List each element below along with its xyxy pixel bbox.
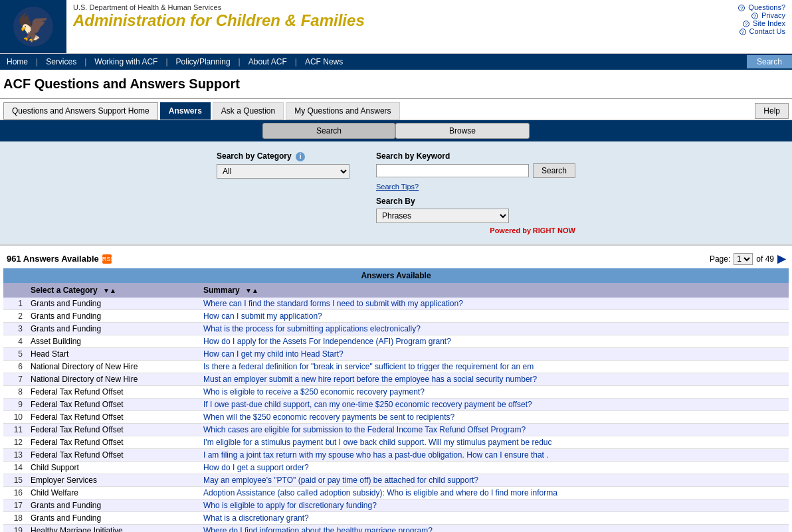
row-summary: Who is eligible to apply for discretiona… xyxy=(199,499,789,512)
nav-search-button[interactable]: Search xyxy=(747,55,792,68)
row-number: 16 xyxy=(3,487,27,499)
row-number: 3 xyxy=(3,323,27,335)
category-label: Search by Category i xyxy=(217,151,349,161)
row-summary-link[interactable]: How can I get my child into Head Start? xyxy=(203,349,344,359)
col-header-num xyxy=(3,283,27,298)
row-summary: Adoption Assistance (also called adoptio… xyxy=(199,487,789,499)
row-summary-link[interactable]: Where do I find information about the he… xyxy=(203,526,433,532)
row-summary-link[interactable]: When will the $250 economic recovery pay… xyxy=(203,412,454,422)
nav-services[interactable]: Services xyxy=(39,54,83,70)
site-index-link[interactable]: ? Site Index xyxy=(738,19,785,27)
row-number: 18 xyxy=(3,512,27,525)
row-category: Federal Tax Refund Offset xyxy=(27,436,199,449)
help-button[interactable]: Help xyxy=(755,103,789,119)
contact-link[interactable]: ? Contact Us xyxy=(738,27,785,35)
row-number: 19 xyxy=(3,525,27,533)
row-summary-link[interactable]: Who is eligible to receive a $250 econom… xyxy=(203,387,425,397)
sort-icons-summary[interactable]: ▼▲ xyxy=(245,287,258,294)
powered-by: Powered by RIGHT NOW xyxy=(376,226,575,234)
tab-my-questions[interactable]: My Questions and Answers xyxy=(286,102,399,120)
page-select[interactable]: 1 xyxy=(734,253,753,265)
row-number: 17 xyxy=(3,499,27,512)
info-icon[interactable]: i xyxy=(296,152,305,161)
tab-answers[interactable]: Answers xyxy=(160,102,211,120)
table-section-header: Answers Available xyxy=(3,268,789,283)
table-row: 7National Directory of New HireMust an e… xyxy=(3,373,789,386)
table-row: 12Federal Tax Refund OffsetI'm eligible … xyxy=(3,436,789,449)
row-summary-link[interactable]: May an employee's "PTO" (paid or pay tim… xyxy=(203,476,478,485)
keyword-label: Search by Keyword xyxy=(376,151,575,161)
rss-icon[interactable]: RSS xyxy=(102,254,112,264)
row-summary-link[interactable]: How can I submit my application? xyxy=(203,311,322,321)
row-category: Grants and Funding xyxy=(27,512,199,525)
row-summary-link[interactable]: Must an employer submit a new hire repor… xyxy=(203,375,537,384)
page-title: ACF Questions and Answers Support xyxy=(0,70,792,99)
row-summary-link[interactable]: Who is eligible to apply for discretiona… xyxy=(203,501,377,510)
row-summary-link[interactable]: Adoption Assistance (also called adoptio… xyxy=(203,488,557,497)
navbar: Home | Services | Working with ACF | Pol… xyxy=(0,54,792,70)
row-number: 7 xyxy=(3,373,27,386)
row-summary: How do I get a support order? xyxy=(199,462,789,474)
col-header-category[interactable]: Select a Category ▼▲ xyxy=(27,283,199,298)
row-category: National Directory of New Hire xyxy=(27,361,199,373)
questions-link[interactable]: ? Questions? xyxy=(738,3,785,11)
search-tips-link[interactable]: Search Tips? xyxy=(376,183,419,191)
nav-home[interactable]: Home xyxy=(0,54,35,70)
nav-working[interactable]: Working with ACF xyxy=(88,54,164,70)
search-button[interactable]: Search xyxy=(533,163,575,178)
row-summary-link[interactable]: What is the process for submitting appli… xyxy=(203,324,421,333)
privacy-link[interactable]: ? Privacy xyxy=(738,11,785,19)
col-header-summary[interactable]: Summary ▼▲ xyxy=(199,283,789,298)
row-summary: May an employee's "PTO" (paid or pay tim… xyxy=(199,474,789,487)
pagination: Page: 1 of 49 ▶ xyxy=(710,252,785,265)
row-number: 9 xyxy=(3,399,27,411)
table-row: 11Federal Tax Refund OffsetWhich cases a… xyxy=(3,424,789,436)
nav-policy[interactable]: Policy/Planning xyxy=(169,54,237,70)
row-category: Federal Tax Refund Offset xyxy=(27,449,199,462)
row-category: Grants and Funding xyxy=(27,323,199,335)
row-summary-link[interactable]: Is there a federal definition for "break… xyxy=(203,362,534,371)
row-summary-link[interactable]: Where can I find the standard forms I ne… xyxy=(203,299,463,308)
row-category: Child Welfare xyxy=(27,487,199,499)
header: 🦅 U.S. Department of Health & Human Serv… xyxy=(0,0,792,54)
row-category: Grants and Funding xyxy=(27,310,199,323)
row-category: Employer Services xyxy=(27,474,199,487)
nav-about[interactable]: About ACF xyxy=(242,54,294,70)
nav-news[interactable]: ACF News xyxy=(298,54,349,70)
search-by-select[interactable]: Phrases xyxy=(376,209,509,223)
row-summary: Where can I find the standard forms I ne… xyxy=(199,298,789,310)
row-summary: Which cases are eligible for submission … xyxy=(199,424,789,436)
next-page-button[interactable]: ▶ xyxy=(777,252,785,265)
row-category: Grants and Funding xyxy=(27,499,199,512)
table-row: 13Federal Tax Refund OffsetI am filing a… xyxy=(3,449,789,462)
table-row: 5Head StartHow can I get my child into H… xyxy=(3,348,789,361)
row-summary-link[interactable]: If I owe past-due child support, can my … xyxy=(203,400,532,409)
svg-text:🦅: 🦅 xyxy=(17,11,50,43)
row-category: Federal Tax Refund Offset xyxy=(27,399,199,411)
row-category: National Directory of New Hire xyxy=(27,373,199,386)
search-tab-button[interactable]: Search xyxy=(262,123,395,139)
keyword-input[interactable] xyxy=(376,164,529,177)
category-select[interactable]: All xyxy=(217,164,349,179)
tabbar: Questions and Answers Support Home Answe… xyxy=(0,99,792,120)
table-row: 15Employer ServicesMay an employee's "PT… xyxy=(3,474,789,487)
row-summary-link[interactable]: I'm eligible for a stimulus payment but … xyxy=(203,438,552,447)
keyword-col: Search by Keyword Search Search Tips? Se… xyxy=(376,151,575,234)
row-summary-link[interactable]: Which cases are eligible for submission … xyxy=(203,425,526,434)
row-summary: How do I apply for the Assets For Indepe… xyxy=(199,335,789,348)
row-number: 6 xyxy=(3,361,27,373)
row-summary: When will the $250 economic recovery pay… xyxy=(199,411,789,424)
row-summary-link[interactable]: I am filing a joint tax return with my s… xyxy=(203,450,549,460)
sort-icons-category[interactable]: ▼▲ xyxy=(103,287,116,294)
row-summary-link[interactable]: How do I get a support order? xyxy=(203,463,309,472)
header-links: ? Questions? ? Privacy ? Site Index ? Co… xyxy=(732,0,792,53)
row-number: 1 xyxy=(3,298,27,310)
row-number: 15 xyxy=(3,474,27,487)
table-row: 2Grants and FundingHow can I submit my a… xyxy=(3,310,789,323)
row-summary-link[interactable]: What is a discretionary grant? xyxy=(203,513,309,523)
tab-home[interactable]: Questions and Answers Support Home xyxy=(3,102,158,120)
browse-tab-button[interactable]: Browse xyxy=(395,123,530,139)
tab-ask[interactable]: Ask a Question xyxy=(213,102,284,120)
table-row: 1Grants and FundingWhere can I find the … xyxy=(3,298,789,310)
row-summary-link[interactable]: How do I apply for the Assets For Indepe… xyxy=(203,337,451,346)
